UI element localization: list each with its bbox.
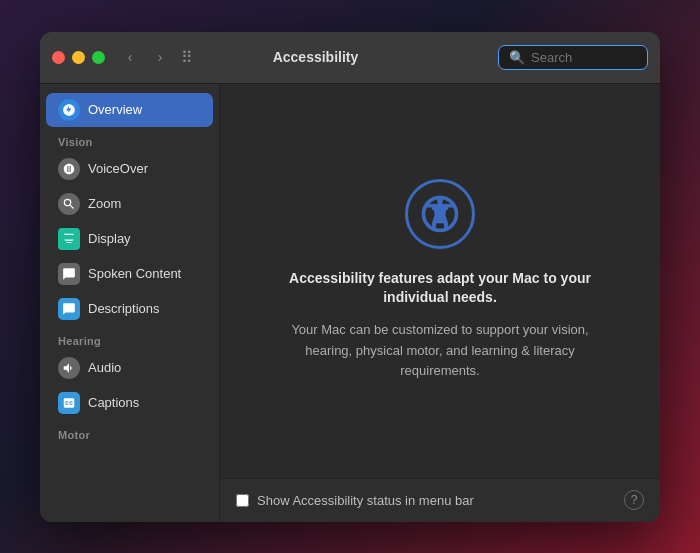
section-hearing: Hearing: [40, 327, 219, 350]
checkbox-row: Show Accessibility status in menu bar: [236, 493, 624, 508]
maximize-button[interactable]: [92, 51, 105, 64]
sidebar-item-label-overview: Overview: [88, 102, 142, 117]
svg-line-5: [434, 216, 437, 224]
captions-icon: [58, 392, 80, 414]
search-box[interactable]: 🔍: [498, 45, 648, 70]
section-motor: Motor: [40, 421, 219, 444]
overview-icon: [58, 99, 80, 121]
sidebar-item-label-display: Display: [88, 231, 131, 246]
main-content: Overview Vision VoiceOver: [40, 84, 660, 522]
sidebar-item-label-zoom: Zoom: [88, 196, 121, 211]
descriptions-icon: [58, 298, 80, 320]
titlebar: ‹ › ⠿ Accessibility 🔍: [40, 32, 660, 84]
close-button[interactable]: [52, 51, 65, 64]
traffic-lights: [52, 51, 105, 64]
sidebar-item-captions[interactable]: Captions: [46, 386, 213, 420]
sidebar-item-spoken-content[interactable]: Spoken Content: [46, 257, 213, 291]
search-icon: 🔍: [509, 50, 525, 65]
sidebar-item-zoom[interactable]: Zoom: [46, 187, 213, 221]
sidebar-item-label-descriptions: Descriptions: [88, 301, 160, 316]
main-window: ‹ › ⠿ Accessibility 🔍 Overview: [40, 32, 660, 522]
right-panel: Accessibility features adapt your Mac to…: [220, 84, 660, 522]
accessibility-big-icon: [405, 179, 475, 249]
help-button[interactable]: ?: [624, 490, 644, 510]
sidebar-item-label-voiceover: VoiceOver: [88, 161, 148, 176]
voiceover-icon: [58, 158, 80, 180]
search-input[interactable]: [531, 50, 637, 65]
display-icon: [58, 228, 80, 250]
sidebar-item-label-spoken-content: Spoken Content: [88, 266, 181, 281]
sidebar-item-voiceover[interactable]: VoiceOver: [46, 152, 213, 186]
panel-content: Accessibility features adapt your Mac to…: [220, 84, 660, 478]
section-vision: Vision: [40, 128, 219, 151]
menubar-checkbox[interactable]: [236, 494, 249, 507]
bottom-bar: Show Accessibility status in menu bar ?: [220, 478, 660, 522]
panel-subtext: Your Mac can be customized to support yo…: [270, 320, 610, 382]
checkbox-label: Show Accessibility status in menu bar: [257, 493, 474, 508]
svg-line-6: [444, 216, 447, 224]
sidebar-item-descriptions[interactable]: Descriptions: [46, 292, 213, 326]
spoken-content-icon: [58, 263, 80, 285]
sidebar-item-display[interactable]: Display: [46, 222, 213, 256]
zoom-icon: [58, 193, 80, 215]
audio-icon: [58, 357, 80, 379]
minimize-button[interactable]: [72, 51, 85, 64]
page-title: Accessibility: [133, 49, 498, 65]
sidebar-item-overview[interactable]: Overview: [46, 93, 213, 127]
panel-heading: Accessibility features adapt your Mac to…: [270, 269, 610, 308]
sidebar-item-audio[interactable]: Audio: [46, 351, 213, 385]
sidebar: Overview Vision VoiceOver: [40, 84, 220, 522]
sidebar-item-label-audio: Audio: [88, 360, 121, 375]
sidebar-item-label-captions: Captions: [88, 395, 139, 410]
